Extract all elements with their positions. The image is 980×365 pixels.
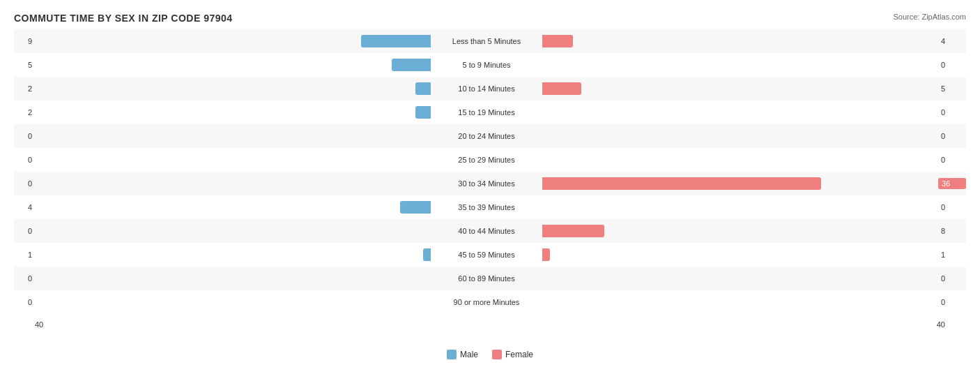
- female-bar-container: [542, 271, 938, 286]
- row-label: 20 to 24 Minutes: [431, 132, 542, 140]
- female-bar-container: [542, 128, 938, 144]
- male-value: 5: [14, 61, 35, 69]
- legend-male: Male: [447, 350, 478, 359]
- male-bar-container: [35, 81, 431, 96]
- center-area: 60 to 89 Minutes: [35, 271, 938, 286]
- female-bar: [542, 225, 604, 237]
- male-value: 2: [14, 84, 35, 93]
- row-label: 90 or more Minutes: [431, 298, 542, 306]
- table-row: 030 to 34 Minutes36: [14, 172, 966, 195]
- female-value: 1: [938, 251, 966, 259]
- bars-wrapper: Less than 5 Minutes: [35, 29, 938, 53]
- male-bar-container: [35, 223, 431, 239]
- female-value: 0: [938, 274, 966, 283]
- male-bar: [423, 248, 431, 261]
- table-row: 020 to 24 Minutes0: [14, 124, 966, 148]
- axis-right: 40: [937, 320, 945, 329]
- male-bar: [400, 201, 431, 214]
- center-area: 90 or more Minutes: [35, 295, 938, 310]
- male-value: 4: [14, 203, 35, 211]
- center-area: 25 to 29 Minutes: [35, 152, 938, 167]
- male-value: 9: [14, 37, 35, 45]
- male-label: Male: [460, 350, 478, 359]
- row-label: 60 to 89 Minutes: [431, 274, 542, 283]
- male-bar-container: [35, 57, 431, 73]
- male-value: 0: [14, 298, 35, 306]
- female-bar: [542, 35, 573, 47]
- bars-wrapper: 25 to 29 Minutes: [35, 148, 938, 172]
- female-bar-container: [542, 200, 938, 215]
- female-bar-container: [542, 57, 938, 73]
- center-area: 15 to 19 Minutes: [35, 105, 938, 120]
- female-value: 8: [938, 227, 966, 235]
- male-value: 0: [14, 132, 35, 140]
- female-bar-container: [542, 81, 938, 96]
- center-area: 5 to 9 Minutes: [35, 57, 938, 73]
- female-value: 4: [938, 37, 966, 45]
- female-bar-container: [542, 152, 938, 167]
- female-value: 36: [938, 178, 966, 189]
- female-swatch: [492, 350, 502, 359]
- female-bar-container: [542, 223, 938, 239]
- female-value: 0: [938, 61, 966, 69]
- center-area: 35 to 39 Minutes: [35, 200, 938, 215]
- female-value: 0: [938, 203, 966, 211]
- male-value: 2: [14, 108, 35, 117]
- bars-wrapper: 15 to 19 Minutes: [35, 100, 938, 124]
- female-bar: [542, 82, 581, 95]
- female-value: 0: [938, 298, 966, 306]
- center-area: Less than 5 Minutes: [35, 33, 938, 49]
- row-label: 45 to 59 Minutes: [431, 251, 542, 259]
- female-value: 0: [938, 108, 966, 117]
- male-value: 0: [14, 274, 35, 283]
- female-value: 0: [938, 132, 966, 140]
- row-label: Less than 5 Minutes: [431, 37, 542, 45]
- bars-wrapper: 5 to 9 Minutes: [35, 53, 938, 77]
- table-row: 9Less than 5 Minutes4: [14, 29, 966, 53]
- legend-female: Female: [492, 350, 533, 359]
- male-bar-container: [35, 271, 431, 286]
- bars-wrapper: 60 to 89 Minutes: [35, 267, 938, 290]
- male-bar-container: [35, 200, 431, 215]
- female-value: 5: [938, 84, 966, 93]
- row-label: 40 to 44 Minutes: [431, 227, 542, 235]
- male-value: 0: [14, 227, 35, 235]
- female-bar: [542, 177, 821, 190]
- table-row: 145 to 59 Minutes1: [14, 243, 966, 267]
- bars-wrapper: 45 to 59 Minutes: [35, 243, 938, 267]
- male-value: 1: [14, 251, 35, 259]
- row-label: 30 to 34 Minutes: [431, 179, 542, 188]
- male-value: 0: [14, 179, 35, 188]
- row-label: 35 to 39 Minutes: [431, 203, 542, 211]
- axis-left: 40: [35, 320, 43, 329]
- table-row: 215 to 19 Minutes0: [14, 100, 966, 124]
- table-row: 090 or more Minutes0: [14, 290, 966, 314]
- male-bar-container: [35, 247, 431, 262]
- chart-title: COMMUTE TIME BY SEX IN ZIP CODE 97904: [14, 13, 966, 24]
- female-bar: [542, 248, 550, 261]
- bars-wrapper: 40 to 44 Minutes: [35, 219, 938, 243]
- male-bar-container: [35, 33, 431, 49]
- bars-wrapper: 10 to 14 Minutes: [35, 77, 938, 100]
- male-bar: [415, 82, 431, 95]
- table-row: 025 to 29 Minutes0: [14, 148, 966, 172]
- male-bar-container: [35, 295, 431, 310]
- center-area: 10 to 14 Minutes: [35, 81, 938, 96]
- female-bar-container: [542, 247, 938, 262]
- row-label: 10 to 14 Minutes: [431, 84, 542, 93]
- female-label: Female: [505, 350, 533, 359]
- female-value: 0: [938, 156, 966, 164]
- chart-container: COMMUTE TIME BY SEX IN ZIP CODE 97904 So…: [0, 0, 980, 365]
- table-row: 435 to 39 Minutes0: [14, 195, 966, 219]
- chart-area: 9Less than 5 Minutes455 to 9 Minutes0210…: [14, 29, 966, 319]
- male-bar: [392, 59, 431, 71]
- male-bar-container: [35, 176, 431, 191]
- male-bar: [361, 35, 431, 47]
- female-bar-container: [542, 33, 938, 49]
- table-row: 040 to 44 Minutes8: [14, 219, 966, 243]
- row-label: 15 to 19 Minutes: [431, 108, 542, 117]
- male-bar-container: [35, 152, 431, 167]
- male-bar-container: [35, 105, 431, 120]
- legend: Male Female: [447, 350, 533, 359]
- male-bar: [415, 106, 431, 119]
